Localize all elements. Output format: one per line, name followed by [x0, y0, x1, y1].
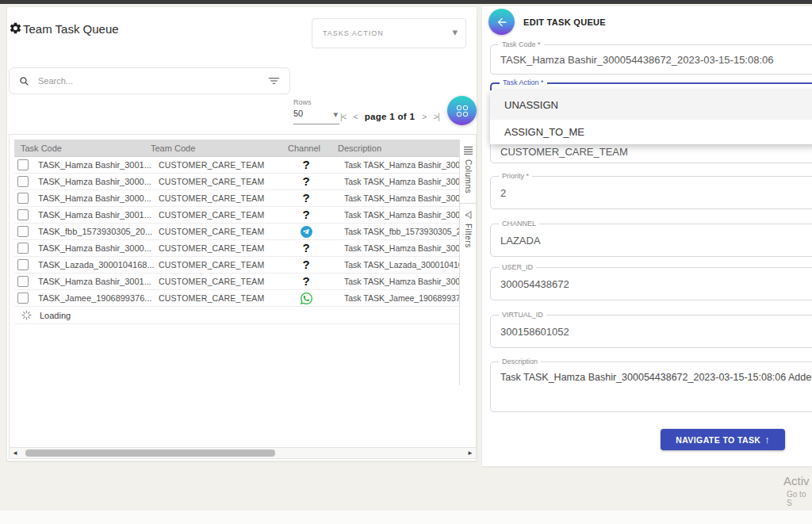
scroll-left-icon[interactable]: ◄ — [10, 448, 21, 458]
team-code-cell: CUSTOMER_CARE_TEAM — [157, 160, 289, 170]
virtual-id-field[interactable]: VIRTUAL_ID 300158601052 — [490, 315, 812, 348]
description-cell: Task TASK_Lazada_3000104168. — [324, 260, 459, 270]
columns-panel-button[interactable]: Columns — [460, 140, 476, 204]
activate-watermark-line2: Go to S — [787, 490, 812, 507]
channel-field[interactable]: CHANNEL LAZADA — [490, 224, 812, 257]
team-code-cell: CUSTOMER_CARE_TEAM — [157, 227, 289, 236]
question-mark-icon: ? — [289, 176, 324, 187]
task-code-cell: TASK_Lazada_3000104168... — [35, 260, 157, 270]
page-status: page 1 of 1 — [365, 112, 415, 121]
priority-value: 2 — [500, 187, 506, 199]
row-checkbox[interactable] — [17, 259, 29, 270]
loading-spinner-icon — [21, 310, 32, 320]
user-id-value: 300054438672 — [500, 278, 569, 290]
row-checkbox[interactable] — [17, 293, 29, 304]
navigate-to-task-button[interactable]: NAVIGATE TO TASK ↑ — [661, 429, 785, 450]
column-header-task-code[interactable]: Task Code — [14, 143, 151, 153]
filter-list-icon[interactable] — [268, 76, 280, 86]
column-header-channel[interactable]: Channel — [282, 143, 317, 153]
first-page-button[interactable]: |< — [340, 112, 346, 121]
table-row[interactable]: TASK_Hamza Bashir_3001... CUSTOMER_CARE_… — [14, 157, 459, 174]
menu-item-assign-to-me[interactable]: ASSIGN_TO_ME — [490, 120, 812, 144]
description-cell: Task TASK_Hamza Bashir_30005 — [324, 193, 459, 203]
description-cell: Task TASK_Hamza Bashir_30005 — [324, 177, 459, 186]
filters-panel-button[interactable]: Filters — [460, 204, 476, 266]
horizontal-scrollbar[interactable]: ◄ ► — [10, 447, 476, 458]
prev-page-button[interactable]: < — [353, 112, 357, 121]
row-checkbox[interactable] — [17, 226, 29, 237]
columns-icon — [464, 146, 473, 155]
horizontal-scrollbar-track[interactable] — [21, 448, 465, 458]
last-page-button[interactable]: >| — [434, 112, 439, 121]
telegram-icon — [289, 226, 324, 238]
scroll-right-icon[interactable]: ► — [465, 448, 476, 458]
task-code-cell: TASK_Hamza Bashir_3001... — [35, 160, 157, 170]
back-arrow-icon — [496, 16, 508, 29]
row-checkbox[interactable] — [17, 176, 29, 187]
bottom-strip — [0, 511, 812, 524]
next-page-button[interactable]: > — [422, 112, 426, 121]
team-code-cell: CUSTOMER_CARE_TEAM — [157, 243, 289, 253]
description-cell: Task TASK_fbb_1573930305_20. — [324, 227, 459, 236]
column-header-team-code[interactable]: Team Code — [151, 143, 282, 153]
question-mark-icon: ? — [289, 243, 324, 254]
search-bar[interactable] — [9, 67, 290, 94]
row-checkbox-cell — [14, 193, 35, 204]
navigate-to-task-label: NAVIGATE TO TASK — [676, 435, 760, 445]
task-code-label: Task Code * — [499, 40, 544, 48]
virtual-id-value: 300158601052 — [500, 326, 569, 338]
table-row[interactable]: TASK_Hamza Bashir_3000... CUSTOMER_CARE_… — [14, 174, 459, 190]
row-checkbox-cell — [14, 276, 35, 287]
menu-item-unassign[interactable]: UNASSIGN — [490, 90, 812, 120]
table-row[interactable]: TASK_Hamza Bashir_3000... CUSTOMER_CARE_… — [14, 190, 459, 207]
table-row[interactable]: TASK_Jamee_1906899376... CUSTOMER_CARE_T… — [14, 290, 459, 307]
task-code-cell: TASK_Hamza Bashir_3000... — [35, 193, 157, 203]
activate-watermark-line1: Activ — [783, 474, 810, 488]
question-mark-icon: ? — [289, 193, 324, 204]
horizontal-scrollbar-thumb[interactable] — [25, 449, 275, 457]
question-mark-icon: ? — [289, 159, 324, 170]
back-button[interactable] — [488, 9, 515, 35]
table-row[interactable]: TASK_Lazada_3000104168... CUSTOMER_CARE_… — [14, 257, 459, 273]
row-checkbox[interactable] — [17, 243, 29, 254]
filter-funnel-icon — [463, 210, 473, 220]
loading-indicator: Loading — [14, 307, 459, 324]
row-checkbox[interactable] — [17, 193, 29, 204]
task-code-cell: TASK_Jamee_1906899376... — [35, 293, 157, 303]
row-checkbox[interactable] — [17, 159, 29, 170]
table-body: TASK_Hamza Bashir_3001... CUSTOMER_CARE_… — [14, 157, 459, 307]
task-code-cell: TASK_fbb_1573930305_20... — [35, 227, 157, 236]
chevron-down-icon: ▾ — [452, 26, 458, 38]
description-value: Task TASK_Hamza Bashir_300054438672_2023… — [500, 372, 812, 383]
user-id-field[interactable]: USER_ID 300054438672 — [490, 267, 812, 300]
task-action-label: Task Action * — [500, 78, 547, 86]
grid-view-button[interactable] — [447, 96, 477, 125]
team-code-cell: CUSTOMER_CARE_TEAM — [157, 293, 289, 303]
rows-per-page-value: 50 — [293, 109, 303, 118]
table-row[interactable]: TASK_Hamza Bashir_3001... CUSTOMER_CARE_… — [14, 207, 459, 224]
task-queue-panel: Team Task Queue TASKS ACTION ▾ Rows 50 ▾… — [6, 6, 477, 461]
search-icon — [19, 76, 29, 86]
description-label: Description — [499, 358, 541, 365]
user-id-label: USER_ID — [499, 263, 536, 271]
priority-field[interactable]: Priority * 2 — [490, 176, 812, 209]
rows-per-page-label: Rows — [293, 98, 312, 106]
table-row[interactable]: TASK_Hamza Bashir_3000... CUSTOMER_CARE_… — [14, 240, 459, 257]
description-field[interactable]: Description Task TASK_Hamza Bashir_30005… — [490, 361, 812, 412]
team-code-cell: CUSTOMER_CARE_TEAM — [157, 210, 289, 220]
row-checkbox[interactable] — [17, 209, 29, 220]
question-mark-icon: ? — [289, 276, 324, 287]
row-checkbox-cell — [14, 259, 35, 270]
row-checkbox[interactable] — [17, 276, 29, 287]
rows-per-page-select[interactable]: 50 ▾ — [293, 109, 339, 124]
columns-label: Columns — [464, 159, 473, 193]
tasks-action-dropdown[interactable]: TASKS ACTION ▾ — [312, 18, 466, 48]
column-header-description[interactable]: Description — [317, 143, 459, 153]
whatsapp-icon — [289, 293, 324, 304]
search-input[interactable] — [36, 75, 238, 86]
table-row[interactable]: TASK_Hamza Bashir_3001... CUSTOMER_CARE_… — [14, 273, 459, 290]
task-code-field[interactable]: Task Code * TASK_Hamza Bashir_3000544386… — [490, 44, 812, 75]
table-row[interactable]: TASK_fbb_1573930305_20... CUSTOMER_CARE_… — [14, 224, 459, 240]
table-side-toolbar: Columns Filters — [459, 140, 476, 385]
task-code-value: TASK_Hamza Bashir_300054438672_2023-03-1… — [500, 54, 774, 66]
